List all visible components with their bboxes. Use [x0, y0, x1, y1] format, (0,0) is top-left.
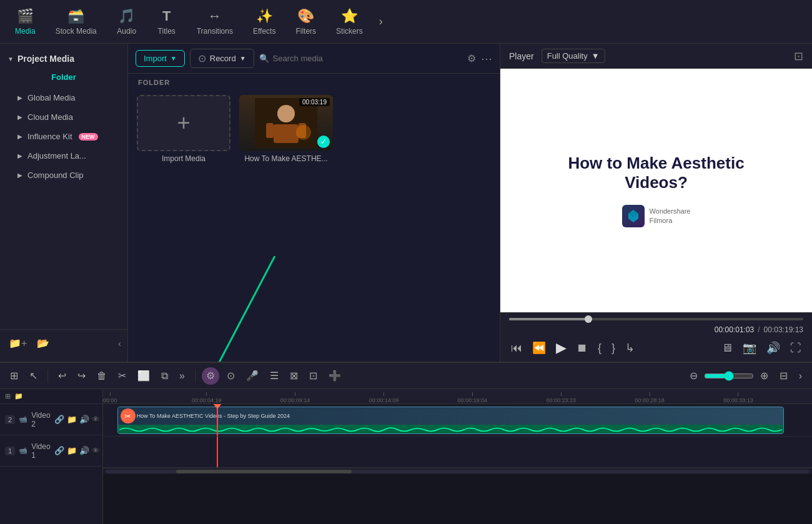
track-camera-icon: 📹 [19, 415, 27, 423]
snapshot-button[interactable]: 📷 [741, 339, 758, 357]
timeline-toolbar: ⊞ ↖ ↩ ↪ 🗑 ✂ ⬜ ⧉ » ⚙ ⊙ 🎤 ☰ ⊠ ⊡ ➕ ⊖ ⊕ ⊟ › [0, 363, 812, 389]
toolbar-more-btn[interactable]: › [374, 15, 388, 28]
tl-sep-1 [47, 369, 48, 383]
sidebar-collapse-btn[interactable]: ‹ [118, 339, 121, 349]
track-folder-icon[interactable]: 📁 [67, 415, 77, 424]
subtitle-btn[interactable]: ☰ [266, 367, 282, 384]
new-folder-icon[interactable]: 📁+ [6, 335, 29, 352]
trim-btn[interactable]: ⬜ [134, 367, 154, 384]
undo-btn[interactable]: ↩ [54, 367, 70, 384]
project-media-chevron: ▼ [7, 56, 14, 62]
sidebar-item-global-media[interactable]: ▶ Global Media [0, 88, 127, 107]
logo-box [622, 205, 645, 227]
import-media-card[interactable]: + Import Media [137, 95, 230, 163]
crop-btn[interactable]: ⧉ [157, 368, 172, 384]
stock-media-icon: 🗃️ [67, 8, 84, 24]
record-voiceover-btn[interactable]: ⚙ [202, 367, 219, 385]
toolbar-stock-media[interactable]: 🗃️ Stock Media [47, 4, 106, 39]
track-eye-icon-1[interactable]: 👁 [92, 446, 100, 455]
project-media-header[interactable]: ▼ Project Media [0, 49, 127, 69]
select-tool-btn[interactable]: ↖ [26, 367, 41, 384]
audio-btn[interactable]: 🎤 [242, 367, 262, 384]
cloud-media-label: Cloud Media [27, 112, 73, 122]
delete-btn[interactable]: 🗑 [93, 368, 111, 384]
track-volume-icon[interactable]: 🔊 [79, 415, 89, 424]
ruler-tick-1: 00:00:04:19 [192, 392, 222, 403]
track-icons-video2: 🔗 📁 🔊 👁 [54, 415, 100, 424]
quality-label: Full Quality [547, 51, 588, 61]
tl-sep-2 [195, 369, 196, 383]
video-clip-2[interactable]: ✂ How To Make AESTHETIC Videos - Step by… [117, 407, 784, 434]
playhead-cont [217, 437, 218, 467]
add-track-btn[interactable]: ⊞ [6, 367, 22, 384]
step-back-button[interactable]: ⏪ [530, 339, 548, 357]
add-media-btn[interactable]: ➕ [325, 367, 345, 384]
new-folder-tl-icon[interactable]: 📁 [14, 392, 23, 400]
track-link-icon-1[interactable]: 🔗 [54, 446, 64, 455]
stop-button[interactable]: ⏹ [575, 340, 590, 357]
quality-select[interactable]: Full Quality ▼ [542, 49, 605, 63]
zoom-in-btn[interactable]: ⊕ [756, 367, 772, 384]
in-point-button[interactable]: { [596, 340, 603, 357]
sidebar-item-compound-clip[interactable]: ▶ Compound Clip [0, 166, 127, 185]
toolbar-effects[interactable]: ✨ Effects [244, 4, 284, 39]
video-media-label: How To Make AESTHE... [239, 154, 333, 163]
add-track-icon[interactable]: ⊞ [5, 392, 11, 400]
toolbar-titles[interactable]: T Titles [148, 4, 186, 39]
zoom-out-btn[interactable]: ⊖ [686, 367, 701, 384]
filter-icon[interactable]: ⚙ [467, 52, 476, 64]
import-button[interactable]: Import ▼ [136, 50, 185, 67]
adjustment-layer-chevron: ▶ [17, 152, 22, 159]
redo-btn[interactable]: ↪ [74, 367, 89, 384]
toolbar-stickers[interactable]: ⭐ Stickers [327, 4, 372, 39]
toolbar-media[interactable]: 🎬 Media [6, 4, 44, 39]
track-num-2: 2 [5, 415, 15, 424]
play-button[interactable]: ▶ [554, 338, 568, 358]
group-btn[interactable]: ⊠ [286, 367, 302, 384]
toolbar-filters[interactable]: 🎨 Filters [287, 4, 325, 39]
add-to-timeline-btn[interactable]: ↳ [623, 339, 636, 357]
fullscreen-button[interactable]: ⛶ [788, 340, 803, 357]
track-link-icon[interactable]: 🔗 [54, 415, 64, 424]
monitor-button[interactable]: 🖥 [720, 340, 735, 357]
zoom-slider[interactable] [704, 371, 754, 381]
import-thumb: + [137, 95, 230, 151]
cut-btn[interactable]: ✂ [114, 367, 130, 384]
ruler-tick-6: 00:00:28:18 [635, 392, 665, 403]
player-panel: Player Full Quality ▼ ⊡ How to Make Aest… [500, 44, 812, 362]
out-point-button[interactable]: } [610, 340, 617, 357]
grid-view-btn[interactable]: ⊟ [776, 367, 791, 384]
more-tl-btn[interactable]: › [795, 368, 806, 384]
toolbar-audio[interactable]: 🎵 Audio [108, 4, 146, 39]
sidebar-item-adjustment-layer[interactable]: ▶ Adjustment La... [0, 146, 127, 166]
layer-btn[interactable]: ⊡ [305, 367, 321, 384]
scissors-on-clip: ✂ [121, 408, 136, 423]
logo-text-line2: Filmora [650, 216, 691, 225]
ruler-tick-0: 00:00 [103, 392, 117, 403]
player-title: How to Make Aesthetic Videos? [538, 154, 775, 192]
compound-clip-chevron: ▶ [17, 172, 22, 179]
track-folder-icon-1[interactable]: 📁 [67, 446, 77, 455]
sidebar-item-cloud-media[interactable]: ▶ Cloud Media [0, 107, 127, 127]
compound-clip-label: Compound Clip [27, 171, 84, 180]
open-folder-icon[interactable]: 📂 [34, 335, 52, 352]
color-grade-btn[interactable]: ⊙ [223, 367, 239, 384]
rewind-button[interactable]: ⏮ [509, 340, 524, 357]
speed-btn[interactable]: » [176, 368, 189, 384]
track-volume-icon-1[interactable]: 🔊 [79, 446, 89, 455]
toolbar-transitions[interactable]: ↔️ Transitions [188, 4, 242, 39]
timeline-ruler: 00:0000:00:04:1900:00:09:1400:00:14:0900… [103, 389, 812, 404]
video-media-card[interactable]: 00:03:19 ✓ How To Make AESTHE... [239, 95, 333, 163]
sidebar-item-influence-kit[interactable]: ▶ Influence Kit NEW [0, 127, 127, 146]
more-options-icon[interactable]: ⋯ [481, 52, 492, 66]
player-screen-icon[interactable]: ⊡ [794, 49, 803, 63]
volume-button[interactable]: 🔊 [765, 339, 782, 357]
search-input[interactable] [273, 54, 462, 63]
search-box: 🔍 [259, 54, 462, 63]
ruler-tick-4: 00:00:19:04 [458, 392, 488, 403]
bottom-scrollbar[interactable] [103, 468, 812, 474]
track-eye-icon[interactable]: 👁 [92, 415, 100, 424]
timeline-tracks: 00:0000:00:04:1900:00:09:1400:00:14:0900… [103, 389, 812, 524]
record-button[interactable]: ⊙ Record ▼ [190, 49, 254, 68]
progress-bar[interactable] [509, 318, 803, 320]
